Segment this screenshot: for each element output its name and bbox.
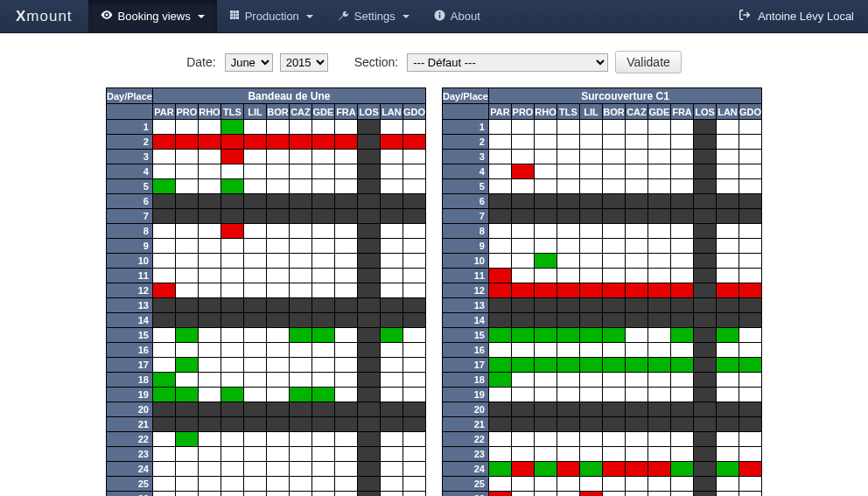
cell[interactable] [175,447,198,462]
cell[interactable] [579,492,602,497]
cell[interactable] [693,477,716,492]
cell[interactable] [312,477,334,492]
cell[interactable] [625,328,648,343]
cell[interactable] [602,194,625,209]
cell[interactable] [334,313,357,328]
cell[interactable] [243,269,266,283]
cell[interactable] [312,373,334,388]
cell[interactable] [511,477,534,492]
cell[interactable] [670,298,693,313]
cell[interactable] [334,432,357,447]
cell[interactable] [625,120,648,135]
cell[interactable] [220,194,243,209]
cell[interactable] [152,164,175,179]
cell[interactable] [648,150,670,164]
cell[interactable] [511,194,534,209]
cell[interactable] [198,254,220,269]
cell[interactable] [602,209,625,224]
cell[interactable] [534,432,556,447]
cell[interactable] [198,179,220,194]
cell[interactable] [312,462,334,477]
cell[interactable] [534,254,556,269]
cell[interactable] [693,343,716,358]
cell[interactable] [380,447,402,462]
cell[interactable] [175,269,198,283]
cell[interactable] [380,269,402,283]
cell[interactable] [511,358,534,373]
cell[interactable] [402,179,425,194]
cell[interactable] [579,135,602,150]
cell[interactable] [738,194,761,209]
cell[interactable] [625,402,648,417]
cell[interactable] [175,373,198,388]
cell[interactable] [716,239,738,254]
cell[interactable] [357,462,380,477]
cell[interactable] [289,120,312,135]
validate-button[interactable]: Validate [615,51,682,73]
cell[interactable] [198,135,220,150]
cell[interactable] [738,164,761,179]
cell[interactable] [648,328,670,343]
nav-item-about[interactable]: About [422,0,493,32]
cell[interactable] [738,150,761,164]
cell[interactable] [266,164,289,179]
cell[interactable] [198,432,220,447]
cell[interactable] [670,492,693,497]
cell[interactable] [511,239,534,254]
cell[interactable] [402,283,425,298]
cell[interactable] [511,283,534,298]
cell[interactable] [266,269,289,283]
cell[interactable] [511,150,534,164]
cell[interactable] [625,164,648,179]
cell[interactable] [402,432,425,447]
cell[interactable] [511,417,534,432]
cell[interactable] [152,343,175,358]
cell[interactable] [488,283,511,298]
cell[interactable] [289,179,312,194]
cell[interactable] [357,269,380,283]
cell[interactable] [625,477,648,492]
cell[interactable] [402,388,425,402]
cell[interactable] [357,417,380,432]
cell[interactable] [556,298,579,313]
cell[interactable] [534,477,556,492]
cell[interactable] [716,388,738,402]
cell[interactable] [579,313,602,328]
cell[interactable] [312,120,334,135]
cell[interactable] [602,283,625,298]
cell[interactable] [357,194,380,209]
cell[interactable] [175,283,198,298]
cell[interactable] [198,447,220,462]
cell[interactable] [312,432,334,447]
cell[interactable] [334,150,357,164]
cell[interactable] [648,298,670,313]
cell[interactable] [556,462,579,477]
cell[interactable] [357,447,380,462]
cell[interactable] [556,417,579,432]
cell[interactable] [556,120,579,135]
cell[interactable] [670,417,693,432]
cell[interactable] [357,209,380,224]
cell[interactable] [670,179,693,194]
cell[interactable] [402,373,425,388]
cell[interactable] [670,432,693,447]
cell[interactable] [738,492,761,497]
cell[interactable] [289,269,312,283]
cell[interactable] [266,224,289,239]
cell[interactable] [488,179,511,194]
year-select[interactable]: 2015 [280,53,328,72]
cell[interactable] [243,298,266,313]
cell[interactable] [716,254,738,269]
cell[interactable] [511,120,534,135]
cell[interactable] [602,224,625,239]
cell[interactable] [380,432,402,447]
cell[interactable] [220,164,243,179]
cell[interactable] [488,135,511,150]
cell[interactable] [602,269,625,283]
cell[interactable] [334,254,357,269]
cell[interactable] [488,388,511,402]
cell[interactable] [670,194,693,209]
cell[interactable] [579,402,602,417]
cell[interactable] [380,224,402,239]
cell[interactable] [198,239,220,254]
